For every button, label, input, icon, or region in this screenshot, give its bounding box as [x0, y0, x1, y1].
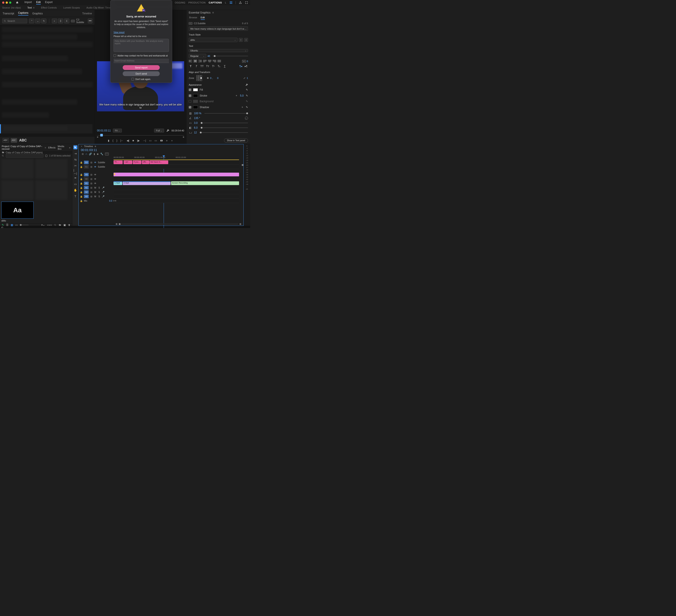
stop-icon[interactable]: ■ [132, 139, 134, 142]
align-right-icon[interactable] [198, 60, 202, 63]
sync-lock-icon[interactable]: ⊟ [90, 186, 93, 189]
eye-icon[interactable]: 👁 [94, 182, 97, 185]
shadow-angle[interactable]: 135 ° [194, 117, 200, 120]
project-search-input[interactable] [6, 154, 43, 158]
tab-source[interactable]: Source: (no clips) [2, 6, 21, 9]
new-bin-icon[interactable]: ▢ [45, 154, 48, 157]
fill-swatch[interactable] [193, 88, 198, 91]
font-item[interactable]: Aa ubtu [1, 202, 34, 222]
justify-center-icon[interactable] [208, 60, 211, 63]
close-tab-icon[interactable]: × [81, 145, 82, 148]
workspaces-icon[interactable] [229, 1, 232, 4]
resolution-select[interactable]: Full ⌄ [154, 129, 164, 132]
tab-effect-controls[interactable]: Effect Controls [41, 6, 57, 9]
shadow-opacity-slider[interactable] [205, 113, 248, 114]
bin-item[interactable] [35, 180, 67, 200]
time-ruler[interactable]: 00:00:30:00 00:00:45:00 00:01:00:00 00:0… [114, 156, 239, 160]
scale-value[interactable]: 1 [247, 77, 248, 79]
rectangle-tool-icon[interactable]: ▭ [73, 182, 77, 186]
eye-icon[interactable]: 👁 [94, 178, 97, 180]
auto-sequence-icon[interactable]: ▭▭ [47, 223, 52, 226]
list-view-icon[interactable]: ☰ [6, 223, 8, 226]
kerning-icon[interactable]: VA [242, 60, 246, 63]
zoom-handle-right[interactable] [239, 223, 241, 225]
solo-button[interactable]: S [98, 191, 101, 193]
shadow-blur-slider[interactable] [200, 132, 248, 133]
more-transport-icon[interactable]: » [166, 139, 168, 142]
font-size-slider[interactable] [213, 56, 248, 56]
eyedropper-icon[interactable]: ✎ [246, 94, 248, 97]
go-to-in-icon[interactable]: |← [120, 139, 123, 142]
more-options-button[interactable]: ••• [88, 18, 93, 23]
extract-icon[interactable]: ▭ [155, 139, 157, 142]
prev-result-button[interactable]: ⌃ [29, 18, 34, 23]
pen-tool-icon[interactable]: ✒ [73, 176, 77, 180]
shadow-size-slider[interactable] [201, 127, 248, 128]
kerning-value[interactable]: 0 [247, 60, 248, 63]
video-clip[interactable] [114, 173, 239, 176]
pos-x[interactable]: 0 , [210, 77, 213, 79]
track-v3[interactable]: V3 [84, 173, 89, 176]
video-clip[interactable]: Screen Recording [171, 181, 239, 185]
nav-export[interactable]: Export [45, 1, 53, 5]
workspace-logging[interactable]: OGGING [175, 1, 185, 4]
mix-value[interactable]: 0.0 [109, 200, 112, 202]
scrub-bar[interactable] [97, 133, 184, 137]
export-frame-icon[interactable] [160, 139, 163, 142]
caption-clip[interactable]: We have m… [150, 160, 168, 164]
dont-send-button[interactable]: Don't send [123, 71, 160, 76]
wrench-icon[interactable] [166, 129, 169, 132]
fullscreen-icon[interactable] [245, 1, 248, 4]
track-a1[interactable]: A1 [84, 186, 89, 189]
video-clip[interactable]: 1.mp4 [114, 181, 122, 185]
eye-icon[interactable]: 👁 [94, 173, 97, 176]
step-back-icon[interactable]: ◀| [127, 139, 129, 142]
shadow-opacity[interactable]: 100 % [194, 112, 202, 115]
lock-icon[interactable]: 🔒 [80, 200, 82, 202]
bin-item[interactable] [1, 180, 34, 200]
search-icon[interactable] [2, 155, 4, 157]
timeline-title[interactable]: Timeline [84, 145, 93, 148]
tab-captions[interactable]: Captions [18, 11, 28, 15]
download-style-button[interactable]: ↧ [244, 38, 248, 42]
wrench-icon[interactable]: 🔧 [100, 153, 103, 155]
sync-lock-icon[interactable]: ⊟ [90, 161, 93, 164]
track-a3[interactable]: A3 [84, 194, 89, 198]
freeform-view-icon[interactable]: ▭ [15, 223, 18, 226]
lock-icon[interactable]: 🔒 [80, 166, 82, 168]
panel-menu-icon[interactable]: ≡ [212, 11, 214, 14]
add-button-icon[interactable]: ＋ [171, 139, 173, 143]
sync-lock-icon[interactable]: ⊟ [90, 191, 93, 193]
eye-icon[interactable]: 👁 [94, 161, 97, 164]
zoom-slider[interactable] [20, 225, 29, 225]
sort-icon[interactable]: ≡⌄ [41, 223, 45, 226]
solo-button[interactable]: S [98, 195, 101, 198]
linked-selection-icon[interactable]: 🔗 [89, 153, 92, 155]
tab-lumetri-scopes[interactable]: Lumetri Scopes [63, 6, 80, 9]
lock-icon[interactable]: 🔒 [80, 186, 82, 189]
panel-menu-icon[interactable]: ≡ [95, 145, 96, 148]
folder-icon[interactable] [2, 151, 4, 154]
next-result-button[interactable]: ⌄ [35, 18, 40, 23]
sync-lock-icon[interactable]: ⊟ [90, 173, 93, 176]
zoom-select[interactable]: Fit ⌄ [113, 129, 122, 132]
hand-tool-icon[interactable]: ✋ [73, 188, 77, 192]
add-caption-button[interactable]: ＋ [52, 18, 57, 23]
smallcaps-button[interactable]: Tᴛ [206, 64, 210, 68]
tab-audio-mixer[interactable]: Audio Clip Mixer: Timeline [87, 6, 114, 9]
mute-button[interactable]: M [94, 186, 97, 189]
shadow-distance-slider[interactable] [201, 123, 248, 123]
style-abc-large[interactable]: ABC [19, 138, 27, 142]
lock-icon[interactable]: 🔒 [80, 182, 82, 185]
lock-icon[interactable]: 🔒 [80, 173, 82, 176]
sync-lock-icon[interactable]: ⊟ [90, 166, 93, 168]
current-timecode[interactable]: 00:01:03:11 [97, 129, 111, 132]
share-icon[interactable] [239, 1, 242, 4]
stroke-width[interactable]: 5.0 [240, 94, 244, 97]
tab-effects[interactable]: Effects [48, 146, 55, 149]
panel-menu-icon[interactable]: ≡ [33, 6, 35, 9]
stroke-checkbox[interactable]: ✓ [189, 94, 191, 97]
delete-icon[interactable] [68, 223, 70, 226]
caption-clip[interactable]: I am … [123, 160, 132, 164]
wrench-icon[interactable] [245, 83, 248, 86]
